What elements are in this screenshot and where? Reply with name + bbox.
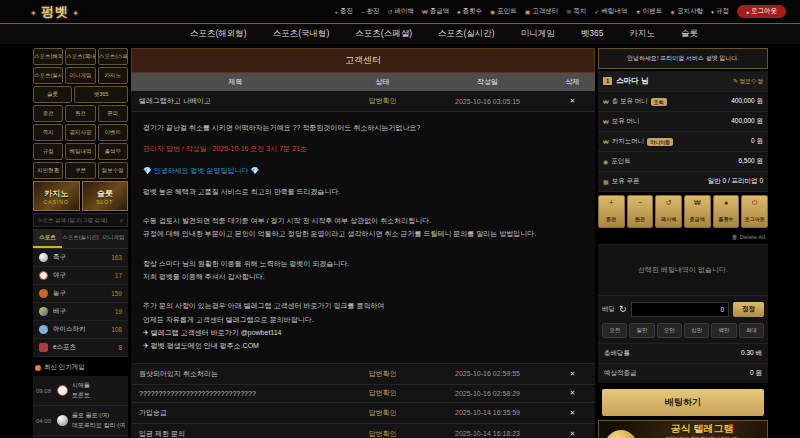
money-move-badge[interactable]: 머니이동 bbox=[647, 138, 673, 146]
delete-icon[interactable]: ✕ bbox=[550, 97, 595, 105]
topbar-link-support[interactable]: ▣고객센터 bbox=[525, 7, 559, 16]
inquiry-title[interactable]: 가입승급 bbox=[131, 403, 340, 423]
sport-item-esports[interactable]: e스포츠 8 bbox=[33, 339, 128, 357]
casino-banner[interactable]: 카지노 CASINO bbox=[33, 181, 80, 211]
lookup-badge[interactable]: 조회 bbox=[651, 98, 667, 106]
amount-10000-button[interactable]: 일만 bbox=[629, 323, 654, 338]
topbar-link-bet-history[interactable]: ✓베팅내역 bbox=[594, 7, 627, 16]
topbar-link-deposit[interactable]: +충전 bbox=[334, 7, 353, 16]
topbar-link-withdraw[interactable]: −환전 bbox=[361, 7, 380, 16]
side-btn-deposit[interactable]: 충전 bbox=[33, 105, 63, 122]
search-icon[interactable]: ⌕ bbox=[120, 216, 124, 224]
point-icon: ◉ bbox=[490, 8, 495, 15]
topbar-link-points[interactable]: ◉포인트 bbox=[490, 7, 517, 16]
topbar-menu: +충전 −환전 ↺페이백 ₩충금액 ♠충횟수 ◉포인트 ▣고객센터 ✉쪽지 ✓베… bbox=[334, 5, 786, 18]
slip-delete-all[interactable]: 🗑 Delete All bbox=[598, 230, 768, 245]
inquiry-date: 2025-10-16 03:05:15 bbox=[425, 98, 550, 105]
side-btn-coupons[interactable]: 쿠폰 bbox=[65, 162, 95, 179]
side-btn-notices[interactable]: 공지사항 bbox=[65, 124, 95, 141]
amount-50000-button[interactable]: 오만 bbox=[657, 323, 682, 338]
site-logo[interactable]: 펑벳 bbox=[30, 3, 80, 21]
topbar-link-charge-count[interactable]: ♠충횟수 bbox=[457, 7, 482, 16]
quick-grid-row: 쪽지 공지사항 이벤트 bbox=[33, 124, 128, 141]
delete-icon[interactable]: ✕ bbox=[550, 430, 595, 438]
nav-casino[interactable]: 카지노 bbox=[629, 28, 655, 40]
bet-amount-input[interactable] bbox=[631, 302, 729, 317]
side-btn-slot[interactable]: 슬롯 bbox=[33, 86, 72, 103]
side-btn-sports-domestic[interactable]: 스포츠(국내형) bbox=[65, 48, 95, 65]
inquiry-title[interactable]: 입금 제한 문의 bbox=[131, 424, 340, 438]
side-btn-sports-overseas[interactable]: 스포츠(해외형) bbox=[33, 48, 63, 65]
topbar-link-messages[interactable]: ✉쪽지 bbox=[566, 7, 586, 16]
nav-sports-special[interactable]: 스포츠(스페셜) bbox=[355, 28, 412, 40]
amount-5000-button[interactable]: 오천 bbox=[602, 323, 627, 338]
nav-sports-live[interactable]: 스포츠(실시간) bbox=[438, 28, 495, 40]
side-btn-sports-special[interactable]: 스포츠(스페셜) bbox=[98, 48, 128, 65]
match-item[interactable]: 04:00 콜로 콜로 (여) 데포르티보 칼리 (여) bbox=[33, 406, 128, 436]
topbar-label: 이벤트 bbox=[643, 7, 663, 16]
withdraw-count-button[interactable]: ♠출횟수 bbox=[713, 195, 740, 228]
telegram-link[interactable]: ✈ 텔레그램 고객센터 바로가기 @powbet114 bbox=[143, 326, 583, 339]
sport-item-icehockey[interactable]: 아이스하키 108 bbox=[33, 321, 128, 339]
side-btn-bet-history[interactable]: 베팅내역 bbox=[65, 143, 95, 160]
nav-sports-overseas[interactable]: 스포츠(해외형) bbox=[190, 28, 247, 40]
sport-item-basketball[interactable]: 농구 159 bbox=[33, 285, 128, 303]
amount-100000-button[interactable]: 십만 bbox=[684, 323, 709, 338]
sport-item-soccer[interactable]: 축구 163 bbox=[33, 249, 128, 267]
amount-max-button[interactable]: 최대 bbox=[739, 323, 764, 338]
payback-button[interactable]: ↺페이백 bbox=[655, 195, 682, 228]
place-bet-button[interactable]: 배팅하기 bbox=[602, 389, 764, 416]
side-btn-bet365[interactable]: 벳365 bbox=[74, 86, 128, 103]
slot-banner[interactable]: 슬롯 SLOT bbox=[82, 181, 129, 211]
topbar-link-payback[interactable]: ↺페이백 bbox=[388, 7, 415, 16]
inquiry-title[interactable]: ?????????????????????????????? bbox=[131, 385, 340, 402]
topbar-link-events[interactable]: ★이벤트 bbox=[635, 7, 662, 16]
total-odds-row: 총배당률 0.30 배 bbox=[598, 343, 768, 363]
withdraw-button[interactable]: −환전 bbox=[627, 195, 654, 228]
delete-icon[interactable]: ✕ bbox=[550, 389, 595, 397]
side-btn-sports-live[interactable]: 스포츠(실시간) bbox=[33, 67, 63, 84]
tab-minigame[interactable]: 미니게임 bbox=[99, 229, 128, 248]
match-item[interactable]: 09:08 시애틀 토론토 bbox=[33, 376, 128, 406]
sport-item-volleyball[interactable]: 배구 19 bbox=[33, 303, 128, 321]
topbar-link-notices[interactable]: ◈공지사항 bbox=[670, 7, 703, 16]
side-btn-minigame[interactable]: 미니게임 bbox=[65, 67, 95, 84]
tab-sports-live[interactable]: 스포츠(실시간) bbox=[62, 229, 99, 248]
side-btn-profile-edit[interactable]: 정보수정 bbox=[98, 162, 128, 179]
logout-button[interactable]: 로그아웃 bbox=[737, 5, 786, 18]
charge-amount-button[interactable]: ₩충금액 bbox=[684, 195, 711, 228]
match-time: 09:08 bbox=[36, 388, 53, 394]
logout-button[interactable]: ⏻로그아웃 bbox=[741, 195, 768, 228]
quick-button-label: 충전 bbox=[606, 216, 616, 222]
amount-reset-button[interactable]: 정정 bbox=[733, 302, 764, 317]
tab-sports[interactable]: 스포츠 bbox=[33, 229, 62, 248]
side-btn-attendance[interactable]: 출석부 bbox=[98, 143, 128, 160]
side-btn-rules[interactable]: 규정 bbox=[33, 143, 63, 160]
sports-search-input[interactable] bbox=[37, 217, 120, 223]
topbar-link-rules[interactable]: ♦규정 bbox=[711, 7, 729, 16]
nav-sports-domestic[interactable]: 스포츠(국내형) bbox=[273, 28, 330, 40]
coin-icon: ₩ bbox=[685, 199, 710, 207]
nav-bet365[interactable]: 벳365 bbox=[581, 28, 604, 40]
sport-item-baseball[interactable]: 야구 17 bbox=[33, 267, 128, 285]
profile-edit-link[interactable]: ✎정보수정 bbox=[733, 77, 763, 86]
amount-1000000-button[interactable]: 백만 bbox=[711, 323, 736, 338]
side-btn-referrals[interactable]: 지인현황 bbox=[33, 162, 63, 179]
side-btn-messages[interactable]: 쪽지 bbox=[33, 124, 63, 141]
delete-icon[interactable]: ✕ bbox=[550, 409, 595, 417]
side-btn-withdraw[interactable]: 환전 bbox=[65, 105, 95, 122]
deposit-button[interactable]: +충전 bbox=[598, 195, 625, 228]
delete-icon[interactable]: ✕ bbox=[550, 370, 595, 378]
inquiry-title[interactable]: 텔레그램하고 나베이고 bbox=[131, 91, 340, 111]
domain-link[interactable]: ✈ 펑벳 평생도메인 안내 펑주소.COM bbox=[143, 339, 583, 352]
nav-slot[interactable]: 슬롯 bbox=[681, 28, 698, 40]
official-telegram-banner[interactable]: ➤ 공식 텔레그램 해당계정 외 문의 피싱은 사절입니다 클릭 시 텔레그램 … bbox=[598, 420, 768, 438]
side-btn-casino[interactable]: 카지노 bbox=[98, 67, 128, 84]
refresh-icon[interactable]: ↻ bbox=[619, 304, 627, 314]
nav-minigame[interactable]: 미니게임 bbox=[521, 28, 555, 40]
inquiry-title[interactable]: 원샷되어있지 취소처리는 bbox=[131, 364, 340, 384]
topbar-link-charge-amount[interactable]: ₩충금액 bbox=[422, 7, 449, 16]
side-btn-inquiry[interactable]: 문의 bbox=[98, 105, 128, 122]
side-btn-events[interactable]: 이벤트 bbox=[98, 124, 128, 141]
deposit-icon: + bbox=[599, 199, 624, 207]
